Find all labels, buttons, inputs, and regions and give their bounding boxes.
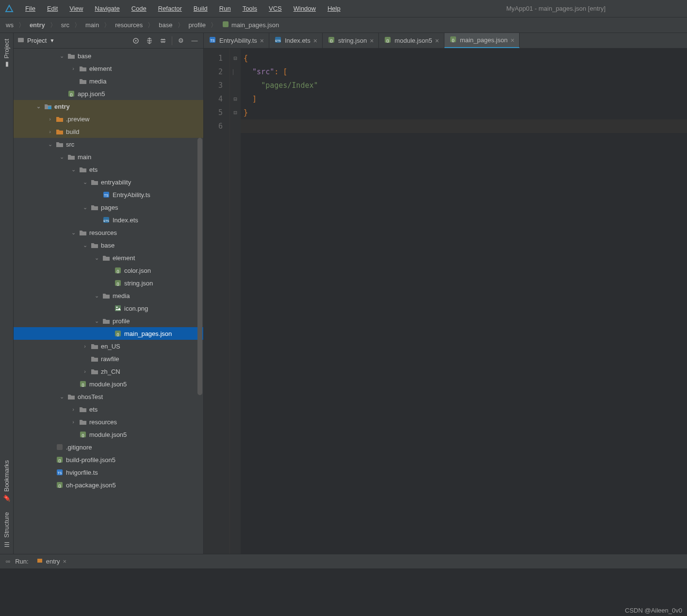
tree-row-entryability[interactable]: ⌄entryability: [14, 176, 203, 188]
chevron-down-icon[interactable]: ⌄: [58, 53, 65, 59]
chevron-down-icon[interactable]: ⌄: [93, 318, 100, 324]
chevron-right-icon[interactable]: ›: [47, 129, 53, 134]
tree-row-oh-package-json5[interactable]: {}oh-package.json5: [14, 479, 203, 491]
tool-window-menu-icon[interactable]: ▫▫: [6, 558, 10, 565]
close-icon[interactable]: ×: [435, 37, 439, 45]
fold-gutter[interactable]: ⊟ ⎸ ⊟ ⊟: [230, 49, 241, 554]
fold-toggle-icon[interactable]: ⊟: [230, 51, 241, 65]
rail-bookmarks[interactable]: 🔖 Bookmarks: [3, 458, 10, 504]
file-tree[interactable]: ⌄base›elementmedia{}app.json5⌄entry›.pre…: [14, 49, 203, 554]
chevron-down-icon[interactable]: ⌄: [93, 255, 100, 261]
menu-file[interactable]: File: [20, 3, 40, 14]
menu-run[interactable]: Run: [214, 3, 236, 14]
tree-row-zh-cn[interactable]: ›zh_CN: [14, 365, 203, 378]
chevron-down-icon[interactable]: ⌄: [70, 166, 77, 173]
chevron-down-icon[interactable]: ⌄: [70, 230, 77, 236]
project-view-dropdown[interactable]: Project ▼: [17, 36, 54, 45]
crumb-main[interactable]: main: [85, 21, 99, 29]
tree-row-en-us[interactable]: ›en_US: [14, 340, 203, 352]
code-area[interactable]: { "src": [ "pages/Index" ] }: [241, 49, 687, 554]
tree-row-ets[interactable]: ⌄ets: [14, 163, 203, 176]
menu-edit[interactable]: Edit: [42, 3, 63, 14]
tree-row--gitignore[interactable]: .gitignore: [14, 441, 203, 453]
tab-index-ets[interactable]: ETSIndex.ets×: [269, 33, 323, 48]
tree-row-build-profile-json5[interactable]: {}build-profile.json5: [14, 453, 203, 466]
hide-panel-icon[interactable]: —: [190, 36, 199, 46]
tree-row-main-pages-json[interactable]: {}main_pages.json: [14, 327, 203, 340]
tree-row-app-json5[interactable]: {}app.json5: [14, 87, 203, 100]
tree-row-index-ets[interactable]: ETSIndex.ets: [14, 214, 203, 226]
tree-row-base[interactable]: ⌄base: [14, 239, 203, 251]
tree-row-entry[interactable]: ⌄entry: [14, 100, 203, 113]
tree-row-base[interactable]: ⌄base: [14, 50, 203, 62]
tree-row-hvigorfile-ts[interactable]: TShvigorfile.ts: [14, 466, 203, 479]
chevron-down-icon[interactable]: ⌄: [82, 242, 88, 249]
tree-scrollbar[interactable]: [197, 138, 202, 395]
chevron-down-icon[interactable]: ⌄: [82, 179, 88, 185]
tree-row-pages[interactable]: ⌄pages: [14, 201, 203, 214]
tab-string-json[interactable]: {}string.json×: [323, 33, 379, 48]
tree-row-element[interactable]: ⌄element: [14, 251, 203, 264]
collapse-all-icon[interactable]: [158, 36, 168, 46]
menu-refactor[interactable]: Refactor: [153, 3, 187, 14]
tree-row-media[interactable]: ⌄media: [14, 289, 203, 302]
menu-view[interactable]: View: [65, 3, 88, 14]
tree-row-ets[interactable]: ›ets: [14, 403, 203, 416]
tree-row-icon-png[interactable]: icon.png: [14, 302, 203, 315]
line-number-gutter[interactable]: 1 2 3 4 5 6: [204, 49, 230, 554]
tree-row-entryability-ts[interactable]: TSEntryAbility.ts: [14, 188, 203, 201]
menu-vcs[interactable]: VCS: [264, 3, 287, 14]
close-icon[interactable]: ×: [370, 37, 374, 45]
tree-row-module-json5[interactable]: {}module.json5: [14, 428, 203, 441]
crumb-file[interactable]: main_pages.json: [231, 21, 279, 29]
menu-help[interactable]: Help: [323, 3, 345, 14]
run-target-tab[interactable]: entry ×: [33, 556, 70, 566]
select-opened-file-icon[interactable]: [131, 36, 141, 46]
chevron-down-icon[interactable]: ⌄: [35, 103, 42, 110]
menu-window[interactable]: Window: [289, 3, 321, 14]
tree-row-build[interactable]: ›build: [14, 125, 203, 138]
chevron-right-icon[interactable]: ›: [70, 66, 77, 71]
tree-row-color-json[interactable]: {}color.json: [14, 264, 203, 277]
tree-row-string-json[interactable]: {}string.json: [14, 277, 203, 289]
crumb-resources[interactable]: resources: [115, 21, 143, 29]
close-icon[interactable]: ×: [313, 37, 317, 45]
chevron-down-icon[interactable]: ⌄: [58, 154, 65, 160]
tree-row-resources[interactable]: ⌄resources: [14, 226, 203, 239]
chevron-right-icon[interactable]: ›: [70, 419, 77, 425]
tree-row-element[interactable]: ›element: [14, 62, 203, 75]
chevron-down-icon[interactable]: ⌄: [82, 204, 88, 211]
expand-all-icon[interactable]: [145, 36, 154, 46]
tree-row-main[interactable]: ⌄main: [14, 150, 203, 163]
rail-structure[interactable]: ☰ Structure: [3, 510, 10, 550]
tree-row-media[interactable]: media: [14, 75, 203, 87]
close-icon[interactable]: ×: [260, 37, 264, 45]
tab-entryability-ts[interactable]: TSEntryAbility.ts×: [204, 33, 269, 48]
crumb-base[interactable]: base: [159, 21, 172, 29]
menu-tools[interactable]: Tools: [238, 3, 262, 14]
chevron-right-icon[interactable]: ›: [82, 368, 88, 374]
chevron-right-icon[interactable]: ›: [47, 116, 53, 122]
rail-project[interactable]: ▮ Project: [3, 37, 10, 70]
tab-module-json5[interactable]: {}module.json5×: [379, 33, 444, 48]
chevron-down-icon[interactable]: ⌄: [47, 141, 53, 148]
crumb-ws[interactable]: ws: [6, 21, 14, 29]
close-icon[interactable]: ×: [510, 36, 514, 44]
tree-row--preview[interactable]: ›.preview: [14, 113, 203, 125]
tree-row-src[interactable]: ⌄src: [14, 138, 203, 150]
tree-row-profile[interactable]: ⌄profile: [14, 315, 203, 327]
crumb-entry[interactable]: entry: [30, 21, 45, 29]
close-icon[interactable]: ×: [63, 558, 67, 565]
chevron-right-icon[interactable]: ›: [70, 406, 77, 412]
tree-row-resources[interactable]: ›resources: [14, 416, 203, 428]
chevron-right-icon[interactable]: ›: [82, 343, 88, 349]
tree-row-module-json5[interactable]: {}module.json5: [14, 378, 203, 390]
tree-row-rawfile[interactable]: rawfile: [14, 352, 203, 365]
chevron-down-icon[interactable]: ⌄: [93, 293, 100, 299]
menu-code[interactable]: Code: [127, 3, 151, 14]
tab-main-pages-json[interactable]: {}main_pages.json×: [444, 33, 520, 48]
chevron-down-icon[interactable]: ⌄: [58, 394, 65, 400]
tree-row-ohostest[interactable]: ⌄ohosTest: [14, 390, 203, 403]
crumb-profile[interactable]: profile: [189, 21, 206, 29]
menu-navigate[interactable]: Navigate: [90, 3, 124, 14]
